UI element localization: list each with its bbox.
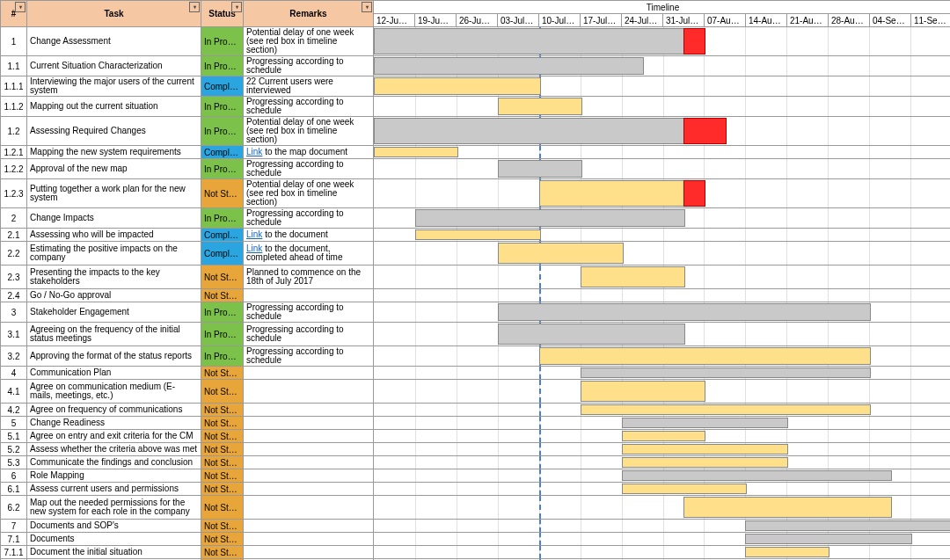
filter-icon[interactable]: ▾ — [189, 2, 200, 12]
today-line — [539, 483, 541, 495]
cell-timeline — [374, 456, 951, 469]
filter-icon[interactable]: ▾ — [15, 2, 26, 12]
cell-status[interactable]: In Process — [201, 346, 244, 367]
cell-task: Agree on entry and exit criteria for the… — [27, 430, 201, 443]
today-line — [539, 456, 541, 469]
cell-status[interactable]: In Process — [201, 302, 244, 323]
cell-timeline — [374, 533, 951, 546]
cell-task: Approval of the new map — [27, 159, 201, 179]
cell-status[interactable]: Not Started — [201, 265, 244, 289]
cell-status[interactable]: Completed — [201, 76, 244, 97]
table-row: 7.1.1Document the initial situationNot S… — [1, 546, 951, 559]
remarks-link[interactable]: Link — [246, 147, 262, 156]
remarks-link[interactable]: Link — [246, 229, 262, 239]
today-line — [539, 367, 541, 379]
cell-num: 3.1 — [1, 323, 27, 346]
cell-status[interactable]: Not Started — [201, 443, 244, 456]
cell-status[interactable]: Not Started — [201, 456, 244, 469]
cell-num: 1.1.1 — [1, 76, 27, 97]
table-row: 3Stakeholder EngagementIn ProcessProgres… — [1, 302, 951, 323]
cell-remarks: Potential delay of one week (see red box… — [244, 179, 374, 208]
cell-remarks: Planned to commence on the 18th of July … — [244, 265, 374, 289]
cell-timeline — [374, 430, 951, 443]
header-date: 03-Jul-17 — [498, 14, 539, 27]
cell-remarks — [244, 496, 374, 520]
cell-timeline — [374, 323, 951, 346]
cell-status[interactable]: Not Started — [201, 367, 244, 380]
header-remarks[interactable]: Remarks▾ — [244, 1, 374, 27]
cell-timeline — [374, 496, 951, 520]
cell-timeline — [374, 56, 951, 76]
gantt-bar — [622, 457, 789, 468]
header-date: 14-Aug-17 — [746, 14, 787, 27]
cell-status[interactable]: In Process — [201, 208, 244, 229]
header-num[interactable]: #▾ — [1, 1, 27, 27]
table-row: 5.2Assess whether the criteria above was… — [1, 443, 951, 456]
table-row: 1.1.2Mapping out the current situationIn… — [1, 97, 951, 117]
cell-status[interactable]: In Process — [201, 56, 244, 76]
gantt-bar — [581, 381, 706, 402]
today-line — [539, 520, 541, 532]
cell-num: 5.3 — [1, 456, 27, 469]
cell-task: Communicate the findings and conclusion — [27, 456, 201, 469]
filter-icon[interactable]: ▾ — [362, 2, 372, 12]
today-line — [539, 546, 541, 558]
gantt-bar — [498, 160, 582, 178]
cell-status[interactable]: In Process — [201, 159, 244, 179]
header-status[interactable]: Status▾ — [201, 1, 244, 27]
header-date: 12-Jun-17 — [374, 14, 415, 27]
today-line — [539, 469, 541, 482]
cell-status[interactable]: Not Started — [201, 533, 244, 546]
cell-task: Assess whether the criteria above was me… — [27, 443, 201, 456]
cell-status[interactable]: In Process — [201, 117, 244, 146]
header-date: 11-Sep-17 — [911, 14, 951, 27]
gantt-bar — [622, 431, 706, 441]
gantt-bar — [581, 266, 685, 287]
cell-status[interactable]: In Process — [201, 27, 244, 56]
cell-num: 1.1 — [1, 56, 27, 76]
cell-status[interactable]: Not Started — [201, 546, 244, 559]
table-row: 1.1Current Situation CharacterizationIn … — [1, 56, 951, 76]
header-date: 19-Jun-17 — [415, 14, 457, 27]
table-body: 1Change AssessmentIn ProcessPotential de… — [1, 27, 951, 561]
cell-status[interactable]: Not Started — [201, 179, 244, 208]
cell-timeline — [374, 404, 951, 417]
cell-status[interactable]: Not Started — [201, 483, 244, 496]
table-row: 2.1Assessing who will be impactedComplet… — [1, 229, 951, 242]
gantt-bar — [622, 418, 789, 428]
cell-status[interactable]: Not Started — [201, 520, 244, 533]
cell-task: Go / No-Go approval — [27, 289, 201, 302]
gantt-bar — [539, 180, 685, 207]
cell-status[interactable]: Not Started — [201, 380, 244, 404]
cell-timeline — [374, 302, 951, 323]
gantt-bar — [622, 484, 748, 494]
cell-status[interactable]: Not Started — [201, 404, 244, 417]
cell-remarks — [244, 443, 374, 456]
cell-task: Change Assessment — [27, 27, 201, 56]
filter-icon[interactable]: ▾ — [231, 2, 242, 12]
cell-status[interactable]: Not Started — [201, 417, 244, 430]
header-date: 24-Jul-17 — [622, 14, 663, 27]
cell-task: Approving the format of the status repor… — [27, 346, 201, 367]
cell-task: Documents and SOP's — [27, 520, 201, 533]
cell-num: 4.2 — [1, 404, 27, 417]
cell-status[interactable]: Completed — [201, 229, 244, 242]
cell-status[interactable]: Not Started — [201, 496, 244, 520]
cell-status[interactable]: Completed — [201, 146, 244, 159]
header-task[interactable]: Task▾ — [27, 1, 201, 27]
cell-status[interactable]: In Process — [201, 323, 244, 346]
header-date: 28-Aug-17 — [829, 14, 870, 27]
cell-status[interactable]: Completed — [201, 242, 244, 265]
cell-remarks — [244, 456, 374, 469]
today-line — [539, 430, 541, 442]
gantt-bar — [415, 229, 541, 240]
cell-num: 6.1 — [1, 483, 27, 496]
cell-status[interactable]: Not Started — [201, 430, 244, 443]
cell-timeline — [374, 346, 951, 367]
cell-task: Documents — [27, 533, 201, 546]
cell-status[interactable]: In Process — [201, 97, 244, 117]
cell-remarks: Link to the document — [244, 229, 374, 242]
gantt-bar — [581, 404, 872, 415]
cell-status[interactable]: Not Started — [201, 469, 244, 483]
cell-status[interactable]: Not Started — [201, 289, 244, 302]
